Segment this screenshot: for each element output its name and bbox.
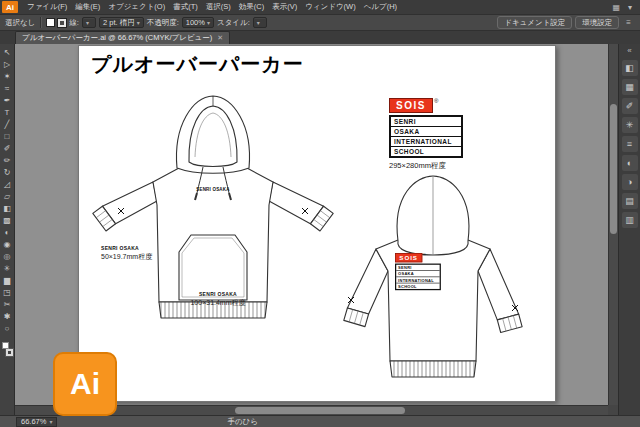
preferences-button[interactable]: 環境設定: [575, 16, 619, 29]
zoom-level-dropdown[interactable]: 66.67% ▾: [16, 417, 57, 427]
dock-icon-list: ◧▦✐✳≡◐◑▤▥: [619, 60, 640, 228]
document-tabbar: プルオーバーパーカー.ai @ 66.67% (CMYK/プレビュー) ✕: [0, 31, 640, 44]
stroke-weight-dropdown[interactable]: ▾: [82, 17, 96, 28]
artboard: プルオーバーパーカー: [78, 45, 556, 402]
menubar: Ai ファイル(F)編集(E)オブジェクト(O)書式(T)選択(S)効果(C)表…: [0, 0, 640, 14]
tool-hand[interactable]: ✱: [0, 311, 14, 323]
menu-item[interactable]: オブジェクト(O): [104, 0, 169, 14]
style-dropdown[interactable]: ▾: [253, 17, 267, 28]
tool-selection[interactable]: ↖: [0, 47, 14, 59]
chevron-down-icon: ▾: [49, 419, 52, 425]
vertical-scrollbar-thumb[interactable]: [610, 104, 617, 234]
document-tab[interactable]: プルオーバーパーカー.ai @ 66.67% (CMYK/プレビュー) ✕: [15, 31, 230, 44]
sois-logo-on-back: SOIS ® SENRIOSAKAINTERNATIONALSCHOOL: [395, 253, 441, 290]
stroke-color-swatch[interactable]: [58, 19, 66, 27]
sois-brand-box: SOIS: [395, 253, 422, 262]
divider: [40, 17, 41, 28]
opacity-dropdown[interactable]: 100% ▾: [182, 17, 214, 28]
logo-table-row: SCHOOL: [396, 283, 439, 289]
tool-column-graph[interactable]: ▆: [0, 275, 14, 287]
tool-list: ↖▷✶≈✒T╱□✐✏↻◿▱◧▩◐◉◎✳▆◳✂✱○: [0, 47, 14, 335]
tool-blend[interactable]: ◎: [0, 251, 14, 263]
vertical-scrollbar[interactable]: [608, 44, 618, 405]
design-title: プルオーバーパーカー: [91, 51, 304, 78]
menu-item[interactable]: ヘルプ(H): [360, 0, 401, 14]
menu-item[interactable]: 書式(T): [169, 0, 202, 14]
panel-brushes-icon[interactable]: ✐: [622, 98, 638, 114]
zoom-level-value: 66.67%: [21, 417, 46, 426]
tool-paintbrush[interactable]: ✐: [0, 143, 14, 155]
tool-magic-wand[interactable]: ✶: [0, 71, 14, 83]
tool-direct-selection[interactable]: ▷: [0, 59, 14, 71]
tool-type[interactable]: T: [0, 107, 14, 119]
tool-rotate[interactable]: ↻: [0, 167, 14, 179]
tool-line[interactable]: ╱: [0, 119, 14, 131]
tool-pen[interactable]: ✒: [0, 95, 14, 107]
panel-layers-icon[interactable]: ▥: [622, 212, 638, 228]
menubar-chevron-icon[interactable]: ▾: [624, 3, 636, 12]
menu-item[interactable]: ファイル(F): [23, 0, 71, 14]
illustrator-logo-watermark: Ai: [53, 352, 117, 416]
measurement-note-bottom: SENRI OSAKA 100×31.4mm程度: [166, 291, 270, 308]
horizontal-scrollbar-thumb[interactable]: [235, 407, 405, 414]
tool-symbol-sprayer[interactable]: ✳: [0, 263, 14, 275]
tool-gradient[interactable]: ◐: [0, 227, 14, 239]
control-panel-menu-icon[interactable]: ≡: [622, 18, 635, 27]
note-size-text: 50×19.7mm程度: [101, 252, 152, 262]
illustrator-window: Ai ファイル(F)編集(E)オブジェクト(O)書式(T)選択(S)効果(C)表…: [0, 0, 640, 427]
tool-scale[interactable]: ◿: [0, 179, 14, 191]
tool-free-transform[interactable]: ▱: [0, 191, 14, 203]
expand-panels-icon[interactable]: «: [619, 46, 640, 57]
registered-mark: ®: [434, 98, 438, 104]
document-setup-button[interactable]: ドキュメント設定: [497, 16, 572, 29]
panel-appearance-icon[interactable]: ▤: [622, 193, 638, 209]
menu-item[interactable]: 表示(V): [268, 0, 301, 14]
chevron-down-icon: ▾: [207, 20, 210, 26]
fill-color-swatch[interactable]: [46, 18, 55, 27]
tool-pencil[interactable]: ✏: [0, 155, 14, 167]
toolbar-stroke-swatch[interactable]: [6, 349, 13, 356]
menu-item[interactable]: 選択(S): [202, 0, 235, 14]
tools-panel: ↖▷✶≈✒T╱□✐✏↻◿▱◧▩◐◉◎✳▆◳✂✱○: [0, 44, 15, 415]
opacity-label[interactable]: 不透明度:: [147, 18, 179, 28]
tool-artboard[interactable]: ◳: [0, 287, 14, 299]
logo-table-row: OSAKA: [391, 127, 461, 137]
control-panel: 選択なし 線: ▾ 2 pt. 楕円 ▾ 不透明度: 100% ▾ スタイル: …: [0, 14, 640, 31]
menu-item[interactable]: 効果(C): [235, 0, 268, 14]
tool-shape-builder[interactable]: ◧: [0, 203, 14, 215]
tool-mesh[interactable]: ▩: [0, 215, 14, 227]
chevron-down-icon: ▾: [137, 20, 140, 26]
tool-rectangle[interactable]: □: [0, 131, 14, 143]
panel-symbols-icon[interactable]: ✳: [622, 117, 638, 133]
logo-table-row: SCHOOL: [391, 147, 461, 156]
stroke-label: 線:: [69, 18, 79, 28]
brush-definition-value: 2 pt. 楕円: [103, 18, 135, 28]
menu-item[interactable]: ウィンドウ(W): [301, 0, 359, 14]
panel-stroke-icon[interactable]: ≡: [622, 136, 638, 152]
panel-swatches-icon[interactable]: ▦: [622, 79, 638, 95]
note-logo-text: SENRI OSAKA: [101, 245, 152, 251]
brush-definition-dropdown[interactable]: 2 pt. 楕円 ▾: [99, 17, 144, 28]
workspace-switcher-icon[interactable]: ▦: [608, 3, 624, 12]
panel-color-icon[interactable]: ◧: [622, 60, 638, 76]
panel-gradient-icon[interactable]: ◐: [622, 155, 638, 171]
registered-mark: ®: [423, 253, 426, 257]
tool-zoom[interactable]: ○: [0, 323, 14, 335]
chevron-down-icon: ▾: [86, 20, 89, 26]
note-logo-text: SENRI OSAKA: [166, 291, 270, 297]
sois-logo-large: SOIS ® SENRIOSAKAINTERNATIONALSCHOOL 295…: [389, 98, 463, 171]
fill-stroke-swatches[interactable]: [0, 340, 14, 360]
sois-brand-box: SOIS: [389, 98, 433, 113]
menu-item[interactable]: 編集(E): [71, 0, 104, 14]
tool-lasso[interactable]: ≈: [0, 83, 14, 95]
opacity-value: 100%: [186, 18, 205, 27]
tool-eyedropper[interactable]: ◉: [0, 239, 14, 251]
tool-slice[interactable]: ✂: [0, 299, 14, 311]
size-note: 295×280mm程度: [389, 161, 463, 171]
toolbar-fill-swatch[interactable]: [2, 342, 9, 349]
document-tab-title: プルオーバーパーカー.ai @ 66.67% (CMYK/プレビュー): [22, 33, 212, 43]
illustrator-app-icon[interactable]: Ai: [2, 1, 18, 13]
panel-transparency-icon[interactable]: ◑: [622, 174, 638, 190]
tab-close-icon[interactable]: ✕: [217, 34, 223, 42]
scrollbar-corner: [608, 405, 618, 415]
